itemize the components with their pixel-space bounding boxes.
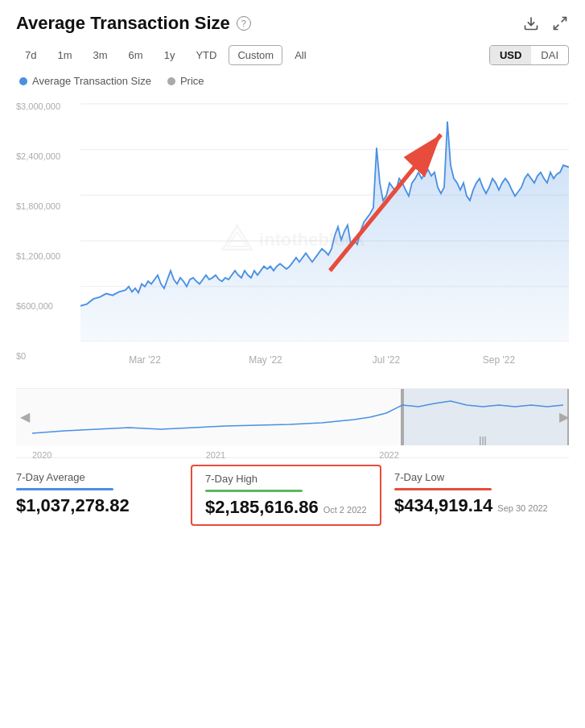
chart-legend: Average Transaction Size Price xyxy=(16,75,569,87)
y-label-600k: $600,000 xyxy=(16,301,60,311)
controls-row: 7d 1m 3m 6m 1y YTD Custom All USD DAI xyxy=(16,45,569,65)
svg-text:◀: ◀ xyxy=(20,410,31,424)
filter-custom[interactable]: Custom xyxy=(229,45,282,65)
y-axis: $3,000,000 $2,400,000 $1,800,000 $1,200,… xyxy=(16,101,60,361)
chart-svg: Mar '22 May '22 Jul '22 Sep '22 xyxy=(16,95,569,385)
svg-rect-21 xyxy=(401,389,404,445)
legend-label-price: Price xyxy=(180,75,204,87)
stat-7day-low: 7-Day Low $434,919.14 Sep 30 2022 xyxy=(381,471,569,519)
y-label-1-2m: $1,200,000 xyxy=(16,251,60,261)
stat-high-label: 7-Day High xyxy=(205,473,367,485)
chart-header: Average Transaction Size ? xyxy=(16,13,569,34)
filter-6m[interactable]: 6m xyxy=(120,45,152,65)
mini-chart-svg: ◀ ▶ ||| xyxy=(16,389,569,445)
legend-dot-price xyxy=(167,77,175,85)
header-left: Average Transaction Size ? xyxy=(16,13,251,34)
filter-3m[interactable]: 3m xyxy=(84,45,117,65)
y-label-0: $0 xyxy=(16,351,60,361)
svg-text:Jul '22: Jul '22 xyxy=(373,354,400,366)
legend-dot-avg xyxy=(19,77,27,85)
svg-line-1 xyxy=(562,18,566,23)
time-filter-group: 7d 1m 3m 6m 1y YTD Custom All xyxy=(16,45,315,65)
stat-high-date: Oct 2 2022 xyxy=(323,505,367,515)
stat-high-line xyxy=(205,490,303,492)
stat-7day-avg: 7-Day Average $1,037,278.82 xyxy=(16,471,191,519)
legend-price: Price xyxy=(167,75,204,87)
stat-low-label: 7-Day Low xyxy=(394,471,556,483)
mini-label-2021: 2021 xyxy=(206,450,225,460)
filter-1m[interactable]: 1m xyxy=(48,45,80,65)
stat-low-date: Sep 30 2022 xyxy=(497,503,547,513)
stat-low-value: $434,919.14 Sep 30 2022 xyxy=(394,495,556,516)
stat-high-value: $2,185,616.86 Oct 2 2022 xyxy=(205,497,367,518)
filter-ytd[interactable]: YTD xyxy=(187,45,225,65)
mini-chart[interactable]: ◀ ▶ ||| 2020 2021 2022 xyxy=(16,388,569,445)
legend-label-avg: Average Transaction Size xyxy=(32,75,151,87)
stat-avg-label: 7-Day Average xyxy=(16,471,178,483)
stat-7day-high: 7-Day High $2,185,616.86 Oct 2 2022 xyxy=(191,465,381,526)
svg-text:Sep '22: Sep '22 xyxy=(483,354,515,366)
mini-label-2022: 2022 xyxy=(379,450,398,460)
mini-label-2020: 2020 xyxy=(32,450,51,460)
currency-usd[interactable]: USD xyxy=(490,46,531,64)
page-title: Average Transaction Size xyxy=(16,13,230,34)
stat-avg-value: $1,037,278.82 xyxy=(16,495,178,516)
filter-7d[interactable]: 7d xyxy=(16,45,45,65)
filter-all[interactable]: All xyxy=(286,45,315,65)
filter-1y[interactable]: 1y xyxy=(155,45,184,65)
svg-text:|||: ||| xyxy=(479,435,486,445)
main-chart: $3,000,000 $2,400,000 $1,800,000 $1,200,… xyxy=(16,95,569,385)
stat-low-line xyxy=(394,488,492,490)
currency-dai[interactable]: DAI xyxy=(531,46,568,64)
header-actions xyxy=(522,14,569,32)
mini-x-labels: 2020 2021 2022 xyxy=(16,449,569,460)
svg-text:▶: ▶ xyxy=(559,410,569,424)
y-label-1-8m: $1,800,000 xyxy=(16,201,60,211)
help-icon[interactable]: ? xyxy=(237,16,251,31)
svg-line-2 xyxy=(554,25,559,30)
stats-row: 7-Day Average $1,037,278.82 7-Day High $… xyxy=(16,457,569,519)
y-label-2-4m: $2,400,000 xyxy=(16,151,60,161)
legend-avg-transaction: Average Transaction Size xyxy=(19,75,151,87)
expand-icon[interactable] xyxy=(551,14,569,32)
download-icon[interactable] xyxy=(522,14,540,32)
y-label-3m: $3,000,000 xyxy=(16,101,60,111)
svg-text:May '22: May '22 xyxy=(249,354,282,366)
stat-avg-line xyxy=(16,488,113,490)
currency-toggle: USD DAI xyxy=(489,45,569,65)
svg-text:Mar '22: Mar '22 xyxy=(129,354,161,366)
